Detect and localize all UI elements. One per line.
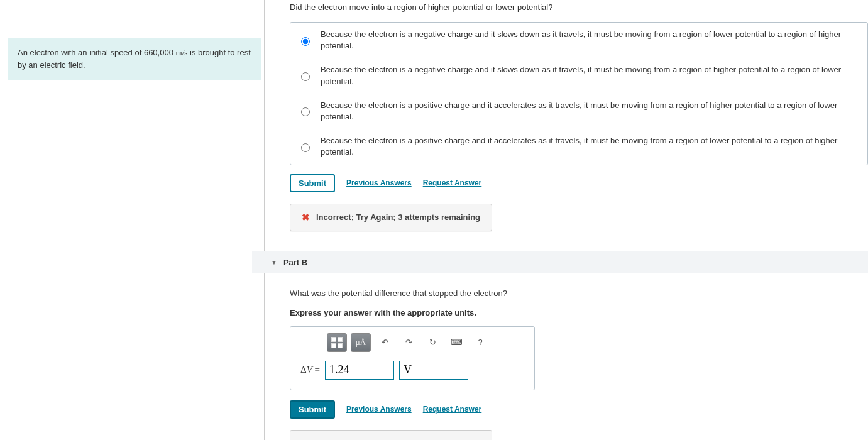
units-icon: μÅ [356, 338, 366, 348]
option-4-radio[interactable] [301, 143, 310, 152]
part-a-submit-button[interactable]: Submit [290, 174, 335, 192]
part-a-request-answer-link[interactable]: Request Answer [423, 179, 482, 187]
value-input[interactable] [325, 361, 394, 380]
part-a-question: Did the electron move into a region of h… [290, 3, 868, 12]
option-3-radio[interactable] [301, 107, 310, 116]
option-1-radio[interactable] [301, 37, 310, 46]
incorrect-icon: ✖ [302, 438, 310, 441]
units-button[interactable]: μÅ [351, 333, 371, 352]
templates-icon [331, 337, 343, 348]
delta-v-label: ΔV = [300, 365, 320, 375]
templates-button[interactable] [327, 333, 347, 352]
option-3[interactable]: Because the electron is a positive charg… [290, 94, 867, 129]
part-b-actions: Submit Previous Answers Request Answer [290, 400, 868, 419]
prompt-unit: m/s [176, 48, 188, 57]
option-3-label: Because the electron is a positive charg… [321, 100, 859, 123]
part-a-options-panel: Because the electron is a negative charg… [290, 22, 868, 165]
help-icon: ? [478, 338, 482, 347]
part-b-title: Part B [283, 258, 307, 267]
keyboard-icon: ⌨ [451, 338, 463, 347]
option-2-radio[interactable] [301, 72, 310, 81]
incorrect-icon: ✖ [302, 212, 310, 223]
part-a-actions: Submit Previous Answers Request Answer [290, 174, 868, 192]
part-b-submit-button[interactable]: Submit [290, 400, 335, 419]
option-2-label: Because the electron is a negative charg… [321, 64, 859, 87]
column-divider [264, 0, 265, 440]
undo-button[interactable]: ↶ [375, 333, 395, 352]
part-a-previous-answers-link[interactable]: Previous Answers [346, 179, 412, 187]
option-4[interactable]: Because the electron is a positive charg… [290, 129, 867, 164]
redo-button[interactable]: ↷ [398, 333, 419, 352]
part-b-request-answer-link[interactable]: Request Answer [423, 405, 482, 414]
caret-down-icon: ▼ [271, 259, 277, 266]
part-b-question: What was the potential difference that s… [290, 289, 868, 298]
keyboard-button[interactable]: ⌨ [446, 333, 466, 352]
part-b-header[interactable]: ▼ Part B [252, 251, 868, 273]
option-1[interactable]: Because the electron is a negative charg… [290, 23, 867, 58]
part-b-feedback: ✖ Incorrect; Try Again; 3 attempts remai… [290, 430, 492, 441]
redo-icon: ↷ [405, 338, 412, 347]
part-a-feedback: ✖ Incorrect; Try Again; 3 attempts remai… [290, 204, 492, 231]
option-1-label: Because the electron is a negative charg… [321, 29, 859, 52]
reset-icon: ↻ [429, 338, 436, 347]
part-b-previous-answers-link[interactable]: Previous Answers [346, 405, 412, 414]
problem-prompt: An electron with an initial speed of 660… [8, 38, 261, 80]
option-2[interactable]: Because the electron is a negative charg… [290, 58, 867, 93]
reset-button[interactable]: ↻ [422, 333, 442, 352]
part-a-feedback-text: Incorrect; Try Again; 3 attempts remaini… [316, 212, 480, 222]
part-b-instruction: Express your answer with the appropriate… [290, 308, 868, 317]
equation-toolbar: μÅ ↶ ↷ ↻ ⌨ ? [290, 327, 534, 356]
undo-icon: ↶ [382, 338, 388, 347]
prompt-text-prefix: An electron with an initial speed of 660… [18, 48, 176, 57]
part-b-answer-panel: μÅ ↶ ↷ ↻ ⌨ ? ΔV = [290, 326, 535, 390]
option-4-label: Because the electron is a positive charg… [321, 135, 859, 158]
help-button[interactable]: ? [470, 333, 490, 352]
unit-input[interactable] [399, 361, 468, 380]
